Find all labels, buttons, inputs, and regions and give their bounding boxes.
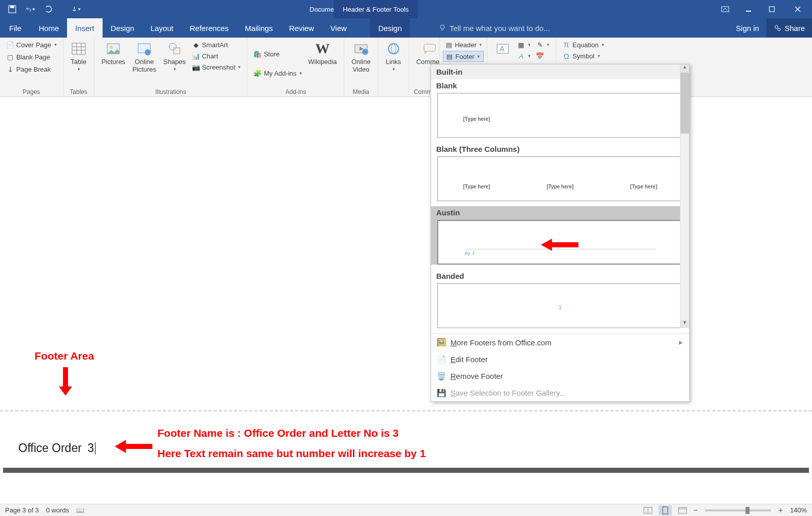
- footer-content[interactable]: Office Order 3: [18, 441, 95, 455]
- tab-insert[interactable]: Insert: [67, 18, 103, 38]
- edit-footer-command[interactable]: 📄 Edit Footer: [431, 351, 689, 368]
- blank-page-button[interactable]: ▢Blank Page: [4, 52, 59, 62]
- online-video-button[interactable]: Online Video: [348, 40, 374, 87]
- edit-icon: 📄: [437, 356, 445, 364]
- redo-icon[interactable]: [44, 5, 53, 14]
- store-button[interactable]: 🛍️Store: [251, 49, 304, 59]
- maximize-button[interactable]: [760, 0, 784, 18]
- group-label-media: Media: [348, 87, 374, 96]
- zoom-out-button[interactable]: −: [693, 506, 698, 515]
- proofing-icon[interactable]: 📖: [76, 506, 84, 514]
- more-footers-command[interactable]: 🖼️ MMore Footers from Office.comore Foot…: [431, 334, 689, 351]
- ribbon-tabs: File Home Insert Design Layout Reference…: [0, 18, 812, 38]
- document-canvas[interactable]: Office Order 3 Footer Area Footer Name i…: [0, 97, 812, 504]
- date-icon: 📅: [536, 52, 544, 60]
- quick-parts-icon: ▦: [517, 41, 525, 49]
- zoom-thumb[interactable]: [745, 507, 750, 514]
- gallery-item-blank-three-columns[interactable]: Blank (Three Columns) [Type here] [Type …: [431, 143, 689, 201]
- group-label-pages: Pages: [4, 87, 59, 96]
- touch-mode-icon[interactable]: ▾: [72, 5, 81, 14]
- web-layout-icon[interactable]: [676, 505, 689, 515]
- minimize-button[interactable]: [737, 0, 760, 18]
- screenshot-button[interactable]: 📷Screenshot▾: [190, 62, 243, 72]
- sign-in-link[interactable]: Sign in: [729, 18, 766, 38]
- svg-point-9: [775, 25, 778, 28]
- ribbon-group-media: Online Video Media: [344, 38, 378, 96]
- equation-button[interactable]: πEquation▾: [560, 40, 606, 50]
- scroll-thumb[interactable]: [680, 73, 689, 134]
- placeholder-text: [Type here]: [630, 184, 657, 189]
- header-button[interactable]: ▤Header▾: [443, 40, 484, 50]
- tab-home[interactable]: Home: [30, 18, 67, 38]
- symbol-button[interactable]: ΩSymbol▾: [560, 51, 606, 61]
- gallery-scrollbar[interactable]: ▲ ▼: [680, 64, 689, 328]
- footer-button[interactable]: ▤Footer▾: [443, 51, 484, 62]
- tab-review[interactable]: Review: [281, 18, 322, 38]
- smartart-button[interactable]: ◆SmartArt: [190, 40, 243, 50]
- zoom-level[interactable]: 140%: [790, 506, 807, 514]
- print-layout-icon[interactable]: [659, 505, 672, 515]
- tab-references[interactable]: References: [181, 18, 237, 38]
- tab-layout[interactable]: Layout: [142, 18, 181, 38]
- save-icon[interactable]: [8, 5, 17, 14]
- wikipedia-button[interactable]: WWikipedia: [305, 40, 340, 87]
- tab-design[interactable]: Design: [103, 18, 143, 38]
- close-button[interactable]: [784, 0, 812, 18]
- svg-rect-4: [769, 7, 774, 12]
- scroll-up-icon[interactable]: ▲: [680, 64, 689, 73]
- gallery-item-austin[interactable]: Austin pg. 1: [431, 206, 689, 265]
- table-button[interactable]: Table▾: [68, 40, 90, 87]
- wordart-button[interactable]: A▾: [515, 51, 533, 61]
- page-bottom-edge: [3, 468, 809, 473]
- gallery-item-banded[interactable]: Banded 1: [431, 270, 689, 328]
- read-mode-icon[interactable]: [641, 505, 655, 515]
- header-icon: ▤: [445, 41, 453, 49]
- svg-marker-32: [115, 440, 126, 453]
- arrow-left-icon: [540, 237, 579, 252]
- footer-number-text: 3: [87, 441, 94, 455]
- page-break-button[interactable]: ⤓Page Break: [4, 64, 59, 74]
- chart-button[interactable]: 📊Chart: [190, 51, 243, 61]
- chart-icon: 📊: [192, 52, 200, 60]
- table-icon: [71, 41, 87, 57]
- zoom-slider[interactable]: [705, 509, 771, 511]
- ribbon-display-options-icon[interactable]: [713, 0, 737, 18]
- online-pictures-button[interactable]: Online Pictures: [129, 40, 159, 87]
- signature-button[interactable]: ✎▾: [534, 40, 551, 50]
- save-gallery-icon: 💾: [437, 389, 445, 397]
- tell-me-input[interactable]: Tell me what you want to do...: [434, 18, 550, 38]
- date-time-button[interactable]: 📅: [534, 51, 551, 61]
- cover-page-button[interactable]: 📄Cover Page▾: [4, 40, 59, 50]
- ribbon-group-links: Links▾: [378, 38, 409, 96]
- svg-point-25: [392, 44, 396, 54]
- gallery-item-blank[interactable]: Blank [Type here]: [431, 79, 689, 138]
- tab-file[interactable]: File: [0, 18, 30, 38]
- screenshot-icon: 📷: [192, 63, 200, 71]
- word-count[interactable]: 0 words: [46, 506, 70, 514]
- links-button[interactable]: Links▾: [382, 40, 405, 94]
- remove-footer-command[interactable]: 🗑️ Remove Footer: [431, 368, 689, 384]
- undo-icon[interactable]: ▾: [26, 5, 35, 14]
- scroll-down-icon[interactable]: ▼: [680, 320, 689, 328]
- svg-rect-38: [678, 507, 687, 513]
- svg-marker-30: [59, 386, 72, 396]
- tab-mailings[interactable]: Mailings: [237, 18, 281, 38]
- zoom-in-button[interactable]: +: [778, 506, 783, 515]
- placeholder-text: [Type here]: [463, 184, 490, 189]
- page-info[interactable]: Page 3 of 3: [5, 506, 39, 514]
- lightbulb-icon: [438, 24, 446, 32]
- share-icon: [773, 24, 782, 32]
- online-picture-icon: [136, 41, 152, 57]
- tab-header-footer-design[interactable]: Design: [370, 18, 410, 38]
- quick-parts-button[interactable]: ▦▾: [515, 40, 533, 50]
- equation-icon: π: [562, 41, 570, 49]
- shapes-button[interactable]: Shapes▾: [160, 40, 189, 87]
- tab-view[interactable]: View: [322, 18, 354, 38]
- my-addins-button[interactable]: 🧩My Add-ins▾: [251, 68, 304, 78]
- blank-page-icon: ▢: [6, 53, 14, 61]
- share-button[interactable]: Share: [766, 18, 812, 38]
- svg-point-10: [777, 28, 780, 31]
- pictures-button[interactable]: Pictures: [99, 40, 128, 87]
- svg-rect-2: [722, 7, 729, 12]
- gallery-section-builtin: Built-in: [431, 64, 689, 79]
